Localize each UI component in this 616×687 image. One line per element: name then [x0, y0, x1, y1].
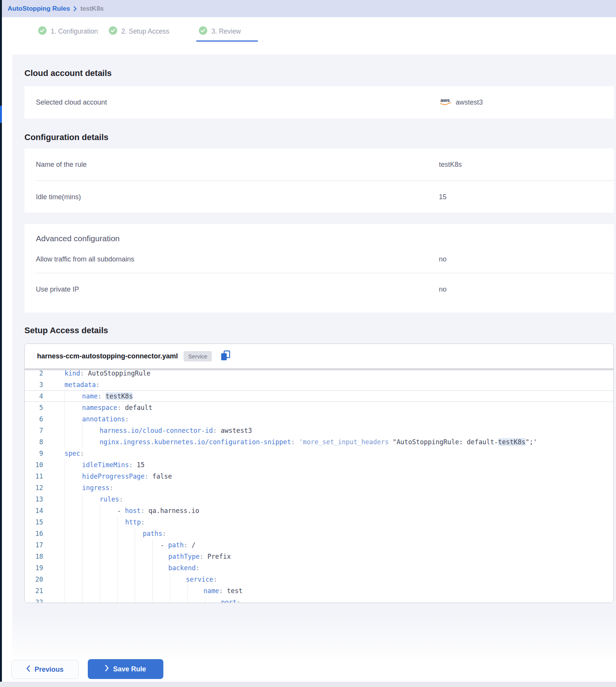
code-line: 20service: — [25, 574, 613, 585]
indent-guide — [100, 562, 100, 574]
indent-guide — [65, 390, 65, 402]
indent-guide — [65, 459, 65, 471]
indent-guide — [135, 528, 135, 539]
code-line: 17- path: / — [25, 539, 613, 551]
row-label: Name of the rule — [36, 161, 87, 169]
indent-guide — [65, 425, 65, 436]
indent-guide — [187, 597, 188, 603]
previous-button[interactable]: Previous — [11, 660, 79, 679]
line-number: 16 — [25, 528, 43, 539]
left-nav-rail — [0, 0, 2, 687]
indent-guide — [152, 539, 153, 551]
advanced-configuration-card: Advanced configuration Allow traffic fro… — [24, 224, 614, 313]
configuration-card: Name of the rule testK8s Idle time(mins)… — [24, 148, 614, 213]
line-number: 3 — [25, 379, 43, 390]
line-number: 13 — [25, 493, 43, 505]
row-value: no — [439, 285, 447, 294]
code-line: 5namespace: default — [25, 402, 613, 413]
indent-guide — [65, 493, 65, 505]
line-number: 15 — [25, 516, 43, 528]
row-idle-time: Idle time(mins) 15 — [24, 181, 614, 213]
indent-guide — [117, 585, 118, 597]
advanced-configuration-title: Advanced configuration — [24, 224, 614, 245]
indent-guide — [100, 574, 100, 585]
indent-guide — [100, 597, 100, 603]
code-line: 22port: — [25, 597, 613, 603]
copy-yaml-button[interactable] — [221, 350, 231, 362]
review-panel: Cloud account details Selected cloud acc… — [12, 55, 616, 662]
line-number: 20 — [25, 574, 43, 585]
code-line: 11hideProgressPage: false — [25, 471, 613, 482]
indent-guide — [135, 597, 135, 603]
yaml-editor-header: harness-ccm-autostopping-connector.yaml … — [25, 344, 613, 368]
line-number: 4 — [25, 390, 43, 402]
indent-guide — [65, 505, 65, 516]
indent-guide — [170, 585, 170, 597]
line-number: 19 — [25, 562, 43, 574]
indent-guide — [170, 597, 170, 603]
indent-guide — [65, 539, 65, 551]
indent-guide — [135, 551, 135, 562]
check-circle-icon — [38, 26, 47, 36]
code-line: 10idleTimeMins: 15 — [25, 459, 613, 471]
code-line: 21name: test — [25, 585, 613, 597]
indent-guide — [65, 436, 65, 448]
indent-guide — [117, 516, 118, 528]
indent-guide — [152, 585, 153, 597]
check-circle-icon — [199, 26, 207, 36]
wizard-stepper: 1. Configuration 2. Setup Access 3. Revi… — [2, 17, 616, 55]
aws-logo-icon: aws — [439, 97, 453, 108]
step-label: 3. Review — [211, 27, 241, 35]
indent-guide — [82, 585, 82, 597]
row-value: testK8s — [439, 161, 462, 169]
indent-guide — [82, 597, 82, 603]
step-configuration[interactable]: 1. Configuration — [38, 26, 98, 36]
code-lines[interactable]: 2kind: AutoStoppingRule3metadata:4name: … — [25, 368, 613, 603]
indent-guide — [82, 493, 82, 505]
bottom-strip — [0, 682, 616, 687]
indent-guide — [82, 551, 82, 562]
step-label: 1. Configuration — [51, 27, 98, 35]
code-line: 19backend: — [25, 562, 613, 574]
indent-guide — [100, 516, 100, 528]
code-line: 13rules: — [25, 493, 613, 505]
section-title-configuration: Configuration details — [24, 132, 108, 142]
yaml-editor-card: harness-ccm-autostopping-connector.yaml … — [24, 344, 614, 603]
active-step-underline — [196, 40, 258, 42]
indent-guide — [65, 402, 65, 413]
line-number: 10 — [25, 459, 43, 471]
line-number: 6 — [25, 413, 43, 425]
row-label: Selected cloud account — [36, 98, 107, 106]
indent-guide — [82, 528, 82, 539]
indent-guide — [117, 562, 118, 574]
indent-guide — [65, 471, 65, 482]
svg-text:aws: aws — [440, 97, 450, 103]
indent-guide — [135, 574, 135, 585]
indent-guide — [82, 425, 82, 436]
line-number: 7 — [25, 425, 43, 436]
step-label: 2. Setup Access — [121, 27, 169, 35]
indent-guide — [82, 574, 82, 585]
autostopping-review-page: AutoStopping Rules testK8s 1. Configurat… — [0, 0, 616, 687]
indent-guide — [82, 539, 82, 551]
indent-guide — [100, 539, 100, 551]
save-rule-button[interactable]: Save Rule — [88, 659, 163, 679]
step-review[interactable]: 3. Review — [199, 26, 241, 36]
code-line: 18pathType: Prefix — [25, 551, 613, 562]
indent-guide — [65, 597, 65, 603]
code-line: 7harness.io/cloud-connector-id: awstest3 — [25, 425, 613, 436]
indent-guide — [187, 585, 188, 597]
indent-guide — [100, 551, 100, 562]
breadcrumb-link-autostopping-rules[interactable]: AutoStopping Rules — [8, 5, 70, 13]
indent-guide — [82, 562, 82, 574]
indent-guide — [100, 528, 100, 539]
code-line: 9spec: — [25, 448, 613, 459]
breadcrumb-current: testK8s — [80, 5, 103, 13]
line-number: 9 — [25, 448, 43, 459]
line-number: 5 — [25, 402, 43, 413]
indent-guide — [152, 551, 153, 562]
row-use-private-ip: Use private IP no — [24, 273, 614, 305]
indent-guide — [65, 585, 65, 597]
left-nav-active-indicator — [0, 106, 2, 123]
step-setup-access[interactable]: 2. Setup Access — [109, 26, 169, 36]
